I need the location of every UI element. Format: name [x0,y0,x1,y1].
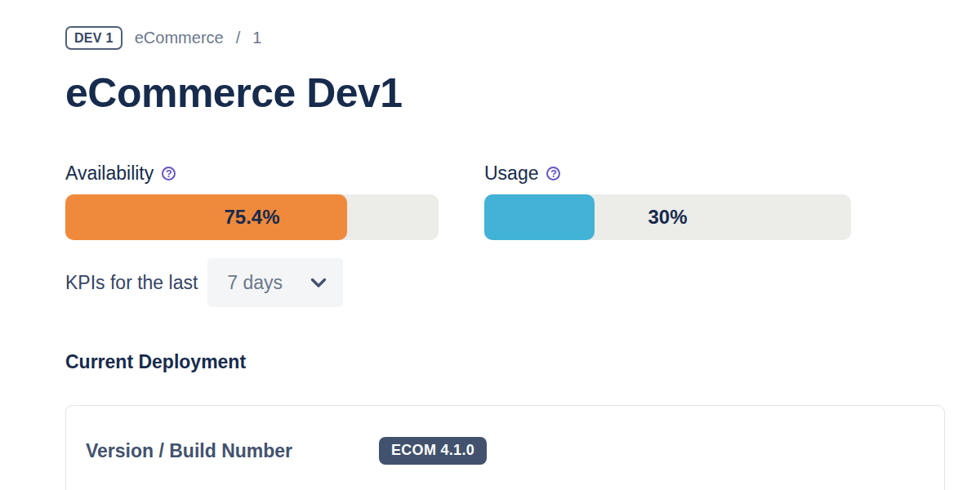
kpi-period-select[interactable]: 7 days [207,258,343,307]
help-icon[interactable]: ? [546,167,560,180]
usage-progress-track: 30% [484,194,851,240]
usage-label: Usage [484,163,538,185]
page-title: eCommerce Dev1 [65,71,947,116]
chevron-down-icon [310,278,327,289]
version-badge: ECOM 4.1.0 [379,437,487,465]
usage-progress-value: 30% [484,194,851,240]
kpi-grid: Availability ? 75.4% Usage ? 30% [65,162,947,240]
kpi-period-row: KPIs for the last 7 days [65,258,947,307]
version-build-label: Version / Build Number [86,440,379,462]
breadcrumb-separator: / [236,29,241,47]
availability-progress-value: 75.4% [65,194,439,240]
breadcrumb: DEV 1 eCommerce / 1 [65,26,947,50]
current-deployment-heading: Current Deployment [65,351,947,373]
usage-kpi: Usage ? 30% [484,162,851,240]
kpi-period-value: 7 days [227,272,283,294]
current-deployment-card: Version / Build Number ECOM 4.1.0 [65,405,945,490]
environment-badge: DEV 1 [65,26,122,50]
help-icon[interactable]: ? [162,167,176,180]
availability-label-row: Availability ? [65,162,439,185]
breadcrumb-instance-link[interactable]: 1 [252,29,261,47]
breadcrumb-project-link[interactable]: eCommerce [135,29,224,47]
page: DEV 1 eCommerce / 1 eCommerce Dev1 Avail… [0,0,980,490]
availability-progress-track: 75.4% [65,194,439,240]
availability-label: Availability [65,163,154,185]
usage-label-row: Usage ? [484,162,851,185]
kpi-period-label: KPIs for the last [65,272,198,294]
deployment-row: Version / Build Number ECOM 4.1.0 [86,437,924,465]
availability-kpi: Availability ? 75.4% [65,162,439,240]
